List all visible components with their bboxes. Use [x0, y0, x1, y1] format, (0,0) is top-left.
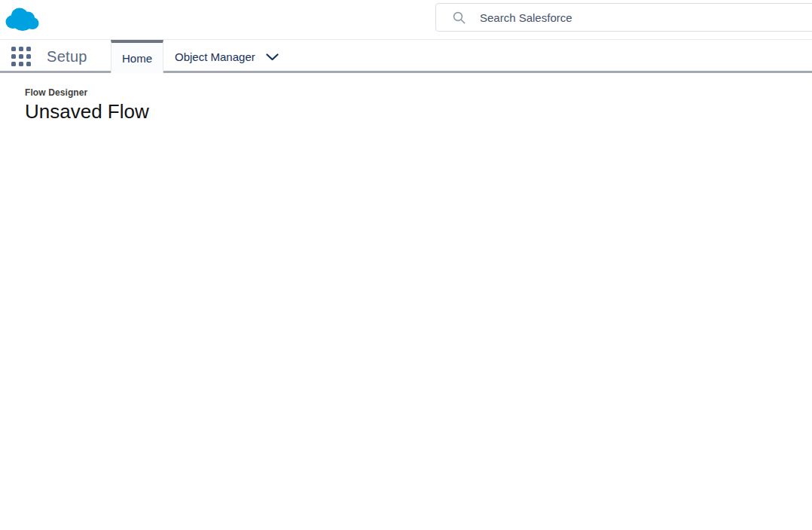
search-icon	[453, 11, 466, 24]
search-input[interactable]	[480, 11, 781, 24]
setup-tabs: Home Object Manager	[111, 40, 292, 73]
global-header	[0, 0, 812, 40]
chevron-down-icon	[266, 53, 279, 61]
app-launcher-button[interactable]	[11, 47, 31, 66]
tab-home-label: Home	[122, 52, 152, 65]
waffle-grid-icon	[11, 47, 16, 51]
tab-object-manager-label: Object Manager	[175, 50, 255, 63]
page-eyebrow: Flow Designer	[25, 87, 812, 98]
setup-app-title: Setup	[47, 48, 87, 65]
global-search-box[interactable]	[435, 3, 812, 32]
tab-home[interactable]: Home	[111, 40, 163, 73]
page-title: Unsaved Flow	[25, 100, 812, 123]
tab-object-manager[interactable]: Object Manager	[163, 40, 292, 73]
salesforce-logo-icon	[3, 5, 39, 32]
setup-nav-bar: Setup Home Object Manager	[0, 40, 812, 73]
main-content: Flow Designer Unsaved Flow	[0, 73, 812, 123]
